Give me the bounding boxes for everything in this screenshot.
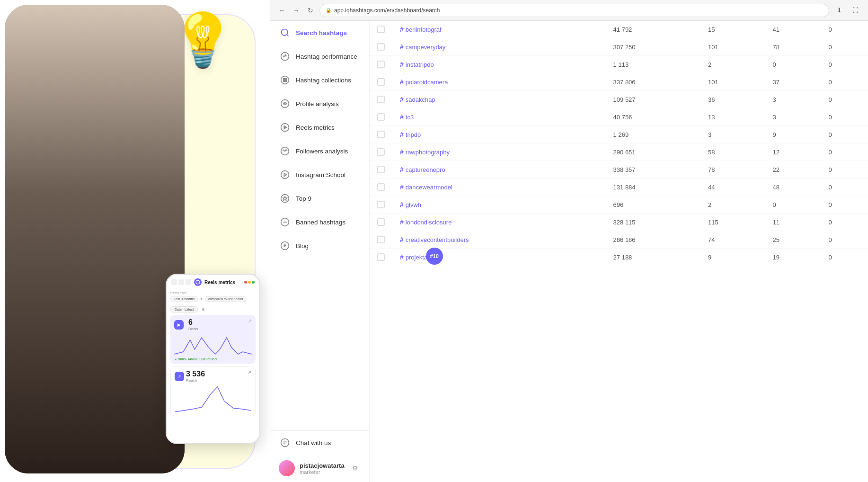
hash-symbol: # (400, 253, 404, 261)
svg-point-1 (282, 29, 288, 36)
hashtag-link[interactable]: # sadakchap (400, 96, 598, 103)
row-checkbox[interactable] (377, 113, 385, 121)
browser-bar: ← → ↻ 🔒 app.iqhashtags.com/en/dashboard/… (270, 0, 868, 21)
sidebar-item-followers-analysis[interactable]: Followers analysis (270, 139, 369, 163)
col4-cell: 78 (765, 38, 821, 56)
refresh-button[interactable]: ↻ (305, 5, 316, 16)
col4-cell: 22 (765, 161, 821, 179)
growth-label: ▲ 500% Above Last Period (174, 357, 252, 361)
row-checkbox[interactable] (377, 201, 385, 208)
row-checkbox-cell (370, 143, 392, 161)
sidebar-label-reels: Reels metrics (296, 124, 335, 131)
svg-point-0 (196, 280, 200, 284)
row-checkbox[interactable] (377, 148, 385, 156)
user-info: pistacjowatarta marketer (300, 462, 345, 475)
hashtag-cell: # sadakchap (392, 91, 606, 108)
hashtag-link[interactable]: # tripdo (400, 131, 598, 138)
row-checkbox[interactable] (377, 78, 385, 86)
table-row: # instatripdo 1 113 2 0 0 (370, 56, 868, 73)
sidebar-item-hashtag-performance[interactable]: Hashtag performance (270, 45, 369, 68)
hashtag-link[interactable]: # campeveryday (400, 43, 598, 51)
left-section: 💡 Reels metrics Reels from (0, 0, 270, 482)
table-row: # projektantka # 10 27 188 9 19 0 (370, 249, 868, 266)
hash-symbol: # (400, 131, 404, 138)
sidebar-item-reels-metrics[interactable]: Reels metrics (270, 116, 369, 139)
row-checkbox[interactable] (377, 61, 385, 68)
hashtag-link[interactable]: # tc3 (400, 113, 598, 121)
col4-cell: 19 (765, 249, 821, 266)
col3-cell: 9 (700, 249, 765, 266)
posts-cell: 1 113 (606, 56, 701, 73)
lock-icon: 🔒 (326, 8, 331, 13)
row-checkbox[interactable] (377, 131, 385, 138)
hashtag-link[interactable]: # polaroidcamera (400, 78, 598, 86)
row-checkbox[interactable] (377, 236, 385, 243)
col4-cell: 3 (765, 108, 821, 126)
filter-period[interactable]: Last 3 months (170, 296, 198, 302)
posts-cell: 109 527 (606, 91, 701, 108)
hashtag-cell: # tc3 (392, 108, 606, 126)
forward-button[interactable]: → (291, 5, 301, 16)
sidebar-label-performance: Hashtag performance (296, 53, 357, 60)
hash-symbol: # (400, 78, 404, 86)
hashtag-name: captureonepro (406, 166, 445, 173)
col3-cell: 115 (700, 214, 765, 231)
col3-cell: 78 (700, 161, 765, 179)
sidebar-item-chat[interactable]: Chat with us (270, 431, 369, 455)
row-checkbox[interactable] (377, 253, 385, 261)
row-checkbox-cell (370, 214, 392, 231)
hashtag-name: creativecontentbuilders (406, 236, 469, 243)
back-button[interactable]: ← (277, 5, 287, 16)
col3-cell: 15 (700, 21, 765, 38)
address-bar[interactable]: 🔒 app.iqhashtags.com/en/dashboard/search (319, 4, 829, 17)
date-filter[interactable]: Date - Latest (170, 306, 198, 312)
hashtag-link[interactable]: # berlinfotograf (400, 26, 598, 33)
posts-cell: 290 651 (606, 143, 701, 161)
hash-symbol: # (400, 183, 404, 191)
hashtag-link[interactable]: # londondisclosure (400, 218, 598, 226)
row-checkbox-cell (370, 126, 392, 143)
col5-cell: 0 (821, 21, 868, 38)
sidebar-item-banned-hashtags[interactable]: Banned hashtags (270, 210, 369, 234)
download-button[interactable]: ⬇ (833, 4, 845, 17)
hashtag-link[interactable]: # captureonepro (400, 166, 598, 173)
hash-symbol: # (400, 201, 404, 208)
svg-rect-8 (285, 80, 287, 82)
col5-cell: 0 (821, 38, 868, 56)
svg-rect-7 (283, 80, 285, 82)
col5-cell: 0 (821, 179, 868, 196)
row-checkbox[interactable] (377, 43, 385, 51)
fullscreen-button[interactable]: ⛶ (849, 4, 861, 17)
sidebar-item-search-hashtags[interactable]: Search hashtags (270, 21, 369, 45)
row-checkbox-cell (370, 108, 392, 126)
col5-cell: 0 (821, 73, 868, 91)
doc-circle-icon (279, 240, 291, 252)
hashtag-link[interactable]: # instatripdo (400, 61, 598, 68)
settings-button[interactable]: ⚙ (349, 463, 361, 474)
row-checkbox[interactable] (377, 218, 385, 226)
hashtag-link[interactable]: # dancewearmodel (400, 183, 598, 191)
hashtag-link[interactable]: # rawphotography (400, 148, 598, 156)
sidebar-item-hashtag-collections[interactable]: Hashtag collections (270, 68, 369, 92)
row-checkbox[interactable] (377, 166, 385, 173)
sidebar-item-top9[interactable]: Top 9 (270, 187, 369, 210)
table-row: # creativecontentbuilders 286 186 74 25 … (370, 231, 868, 249)
sidebar-item-blog[interactable]: Blog (270, 234, 369, 258)
sidebar-label-followers: Followers analysis (296, 148, 348, 155)
main-content: # berlinfotograf 41 792 15 41 0 # campev… (370, 21, 868, 482)
hashtag-name: londondisclosure (406, 219, 452, 226)
col4-cell: 37 (765, 73, 821, 91)
posts-cell: 328 115 (606, 214, 701, 231)
hashtag-cell: # londondisclosure (392, 214, 606, 231)
row-checkbox[interactable] (377, 183, 385, 191)
hashtag-link[interactable]: # glvwh (400, 201, 598, 208)
hashtag-cell: # rawphotography (392, 143, 606, 161)
table-row: # campeveryday 307 250 101 78 0 (370, 38, 868, 56)
sidebar-item-profile-analysis[interactable]: Profile analysis (270, 92, 369, 116)
row-checkbox[interactable] (377, 26, 385, 33)
hashtag-link[interactable]: # creativecontentbuilders (400, 236, 598, 243)
row-checkbox[interactable] (377, 96, 385, 103)
sidebar-item-instagram-school[interactable]: Instagram School (270, 163, 369, 187)
posts-cell: 338 357 (606, 161, 701, 179)
browser-section: ← → ↻ 🔒 app.iqhashtags.com/en/dashboard/… (270, 0, 868, 482)
